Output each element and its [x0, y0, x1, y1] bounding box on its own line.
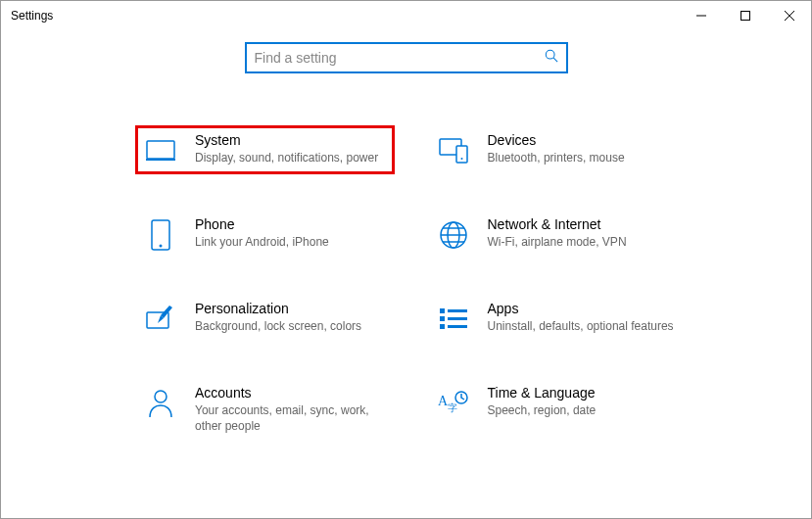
- svg-point-1: [546, 50, 554, 59]
- category-title: Network & Internet: [488, 216, 679, 232]
- category-desc: Speech, region, date: [488, 402, 679, 418]
- titlebar: Settings: [1, 1, 811, 30]
- category-text: Accounts Your accounts, email, sync, wor…: [195, 385, 386, 434]
- apps-list-icon: [437, 303, 470, 336]
- svg-rect-2: [147, 141, 174, 159]
- search-input[interactable]: [255, 50, 545, 66]
- category-title: Accounts: [195, 385, 386, 401]
- window-controls: [679, 1, 811, 30]
- close-button[interactable]: [767, 1, 811, 30]
- maximize-button[interactable]: [723, 1, 767, 30]
- devices-icon: [437, 134, 470, 167]
- category-desc: Your accounts, email, sync, work, other …: [195, 402, 386, 434]
- paintbrush-icon: [144, 303, 177, 336]
- category-devices[interactable]: Devices Bluetooth, printers, mouse: [431, 128, 685, 171]
- category-text: Apps Uninstall, defaults, optional featu…: [488, 301, 679, 334]
- category-text: Phone Link your Android, iPhone: [195, 216, 386, 250]
- category-desc: Uninstall, defaults, optional features: [488, 318, 679, 334]
- category-desc: Link your Android, iPhone: [195, 234, 386, 250]
- category-desc: Background, lock screen, colors: [195, 318, 386, 334]
- category-title: Devices: [488, 132, 679, 148]
- globe-icon: [437, 218, 470, 252]
- minimize-icon: [696, 11, 706, 21]
- category-desc: Display, sound, notifications, power: [195, 150, 386, 165]
- category-text: Devices Bluetooth, printers, mouse: [488, 132, 679, 165]
- system-icon: [144, 134, 177, 167]
- category-text: Time & Language Speech, region, date: [488, 385, 679, 418]
- svg-point-5: [460, 158, 462, 160]
- category-time-language[interactable]: A字 Time & Language Speech, region, date: [431, 381, 685, 438]
- minimize-button[interactable]: [679, 1, 723, 30]
- category-apps[interactable]: Apps Uninstall, defaults, optional featu…: [431, 297, 685, 340]
- svg-rect-0: [740, 12, 749, 21]
- category-text: Personalization Background, lock screen,…: [195, 301, 386, 334]
- search-icon: [545, 49, 558, 67]
- svg-text:字: 字: [448, 402, 457, 413]
- phone-icon: [144, 218, 177, 252]
- category-title: Time & Language: [488, 385, 679, 401]
- search-box[interactable]: [245, 42, 568, 73]
- category-network[interactable]: Network & Internet Wi-Fi, airplane mode,…: [431, 212, 685, 256]
- person-icon: [144, 387, 177, 420]
- category-title: Personalization: [195, 301, 386, 316]
- svg-rect-12: [448, 309, 467, 312]
- svg-point-17: [155, 391, 167, 402]
- svg-rect-11: [440, 308, 445, 313]
- category-text: Network & Internet Wi-Fi, airplane mode,…: [488, 216, 679, 250]
- svg-rect-16: [448, 325, 467, 328]
- svg-rect-15: [440, 324, 445, 329]
- category-system[interactable]: System Display, sound, notifications, po…: [138, 128, 392, 171]
- svg-rect-13: [440, 316, 445, 321]
- categories-grid: System Display, sound, notifications, po…: [1, 73, 811, 438]
- category-title: Phone: [195, 216, 386, 232]
- category-title: System: [195, 132, 386, 148]
- category-phone[interactable]: Phone Link your Android, iPhone: [138, 212, 392, 256]
- category-text: System Display, sound, notifications, po…: [195, 132, 386, 165]
- category-accounts[interactable]: Accounts Your accounts, email, sync, wor…: [138, 381, 392, 438]
- search-container: [1, 42, 811, 73]
- svg-rect-14: [448, 317, 467, 320]
- time-language-icon: A字: [437, 387, 470, 420]
- window-title: Settings: [11, 9, 53, 23]
- category-personalization[interactable]: Personalization Background, lock screen,…: [138, 297, 392, 340]
- svg-point-7: [160, 245, 163, 248]
- close-icon: [785, 11, 794, 21]
- maximize-icon: [740, 11, 750, 21]
- svg-rect-4: [456, 146, 467, 163]
- category-title: Apps: [488, 301, 679, 316]
- category-desc: Wi-Fi, airplane mode, VPN: [488, 234, 679, 250]
- category-desc: Bluetooth, printers, mouse: [488, 150, 679, 165]
